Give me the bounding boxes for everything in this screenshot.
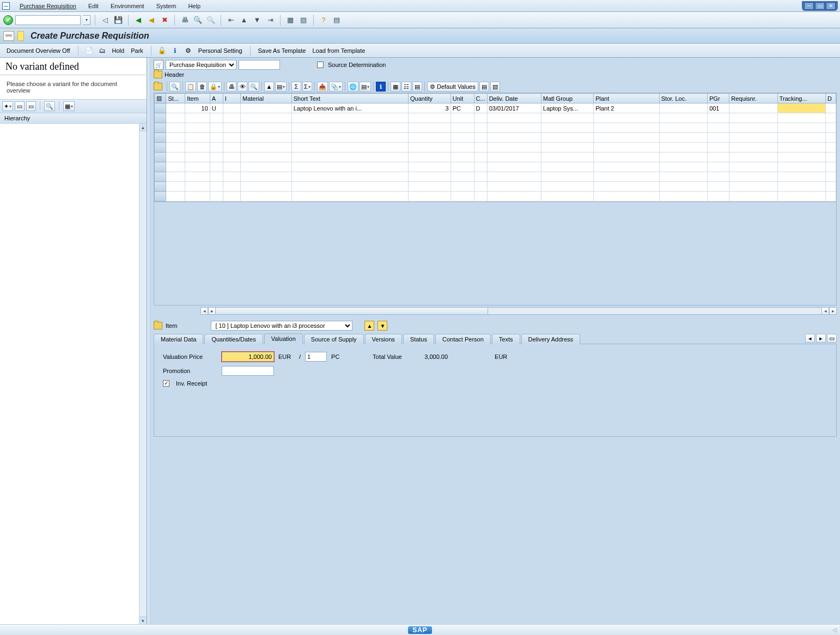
cell-plant[interactable]: Plant 2: [594, 103, 660, 113]
menu-system[interactable]: System: [151, 2, 182, 10]
app-menu-icon[interactable]: [2, 2, 10, 10]
grid-print-icon[interactable]: 🖶: [227, 82, 236, 91]
grid-layout-icon[interactable]: ▦: [391, 82, 400, 91]
grid-lock-icon[interactable]: 🔒▾: [208, 82, 222, 91]
ov-display-icon[interactable]: ▭: [15, 101, 25, 111]
park-button[interactable]: Park: [130, 47, 144, 54]
col-plant[interactable]: Plant: [594, 94, 660, 103]
hscroll-right-inner-icon[interactable]: ▸: [208, 307, 216, 315]
grid-delete-icon[interactable]: 🗑: [197, 82, 207, 91]
ov-select-icon[interactable]: ✦▾: [2, 101, 13, 111]
col-deliv-date[interactable]: Deliv. Date: [487, 94, 541, 103]
inv-receipt-checkbox[interactable]: [163, 380, 169, 387]
item-prev-button[interactable]: ▲: [364, 321, 374, 331]
col-a[interactable]: A: [210, 94, 223, 103]
grid-hscroll[interactable]: ◂ ▸ ◂ ▸: [154, 307, 837, 315]
cell-unit[interactable]: PC: [451, 103, 474, 113]
ov-copy-icon[interactable]: ▭: [26, 101, 36, 111]
menu-environment[interactable]: Environment: [105, 2, 150, 10]
other-pr-icon[interactable]: 🗂: [98, 46, 107, 55]
scroll-up-icon[interactable]: ▴: [139, 124, 147, 131]
tab-versions[interactable]: Versions: [365, 334, 402, 344]
tab-quantities-dates[interactable]: Quantities/Dates: [204, 334, 263, 344]
col-i[interactable]: I: [223, 94, 240, 103]
col-item[interactable]: Item: [185, 94, 210, 103]
table-row[interactable]: [155, 143, 836, 152]
item-select[interactable]: [ 10 ] Laptop Lenovo with an i3 processo…: [211, 321, 352, 331]
save-icon[interactable]: 💾: [113, 15, 124, 26]
hscroll-left-icon[interactable]: ◂: [200, 307, 208, 315]
grid-copy-icon[interactable]: 📋: [185, 82, 196, 91]
help-icon[interactable]: ?: [318, 15, 329, 26]
cell-deliv-date[interactable]: 03/01/2017: [487, 103, 541, 113]
personal-setting-icon[interactable]: ⚙: [184, 46, 193, 55]
menu-help[interactable]: Help: [182, 2, 206, 10]
nav-cancel-icon[interactable]: ✖: [159, 15, 170, 26]
release-strategy-icon[interactable]: 🔓: [158, 46, 167, 55]
col-matl-group[interactable]: Matl Group: [541, 94, 593, 103]
generate-shortcut-icon[interactable]: ▧: [298, 15, 309, 26]
col-stor-loc[interactable]: Stor. Loc.: [659, 94, 707, 103]
tab-scroll-right-icon[interactable]: ▸: [816, 334, 826, 343]
grid-export-icon[interactable]: 📤: [317, 82, 328, 91]
create-session-icon[interactable]: ▦: [285, 15, 296, 26]
pr-type-select[interactable]: Purchase Requisition: [166, 60, 236, 70]
window-minimize-icon[interactable]: ─: [804, 2, 814, 10]
find-next-icon[interactable]: 🔍: [205, 15, 216, 26]
hold-button[interactable]: Hold: [111, 47, 126, 54]
default-values-button[interactable]: ⚙ Default Values: [427, 82, 478, 91]
grid-find-icon[interactable]: 🔍: [248, 82, 259, 91]
last-page-icon[interactable]: ⇥: [265, 15, 276, 26]
grid-filter-icon[interactable]: ▤▾: [275, 82, 287, 91]
valuation-price-input[interactable]: [222, 352, 274, 362]
grid-details-icon[interactable]: 🔍: [169, 82, 180, 91]
tab-material-data[interactable]: Material Data: [154, 334, 203, 344]
grid-extra2-icon[interactable]: ▧: [490, 82, 500, 91]
cell-short-text[interactable]: Laptop Lenovo with an i...: [291, 103, 408, 113]
item-next-button[interactable]: ▼: [378, 321, 387, 331]
command-field[interactable]: [15, 15, 81, 25]
table-row[interactable]: [155, 172, 836, 182]
grid-attach-icon[interactable]: 📎▾: [329, 82, 343, 91]
grid-acct-icon[interactable]: ▤▾: [360, 82, 371, 91]
load-from-template-button[interactable]: Load from Template: [311, 47, 366, 54]
personal-setting-button[interactable]: Personal Setting: [197, 47, 244, 54]
grid-subtotal-icon[interactable]: Σ▾: [302, 82, 312, 91]
cell-c[interactable]: D: [474, 103, 487, 113]
cell-tracking[interactable]: [777, 103, 825, 113]
tab-contact-person[interactable]: Contact Person: [435, 334, 491, 344]
grid-info-icon[interactable]: ℹ: [376, 82, 386, 91]
table-row[interactable]: [155, 133, 836, 143]
col-unit[interactable]: Unit: [451, 94, 474, 103]
pr-number-input[interactable]: [239, 60, 280, 70]
cell-material[interactable]: [241, 103, 292, 113]
cell-a[interactable]: U: [210, 103, 223, 113]
cell-quantity[interactable]: 3: [409, 103, 451, 113]
window-close-icon[interactable]: ✕: [826, 2, 836, 10]
table-row[interactable]: [155, 152, 836, 162]
row-selector[interactable]: [155, 103, 166, 113]
col-c[interactable]: C...: [474, 94, 487, 103]
table-row[interactable]: [155, 192, 836, 202]
tab-scroll-left-icon[interactable]: ◂: [805, 334, 815, 343]
menu-purchase-requisition[interactable]: Purchase Requisition: [14, 2, 82, 10]
cell-requisnr[interactable]: [729, 103, 777, 113]
hierarchy-scrollbar[interactable]: ▴ ▾: [139, 124, 147, 624]
next-page-icon[interactable]: ▼: [252, 15, 263, 26]
hscroll-track[interactable]: [216, 307, 821, 315]
cell-status[interactable]: [166, 103, 185, 113]
prev-page-icon[interactable]: ▲: [239, 15, 249, 26]
tab-delivery-address[interactable]: Delivery Address: [521, 334, 581, 344]
nav-exit-icon[interactable]: ◀: [146, 15, 157, 26]
price-per-input[interactable]: [305, 352, 327, 362]
col-status[interactable]: St...: [166, 94, 185, 103]
col-material[interactable]: Material: [241, 94, 292, 103]
tab-valuation[interactable]: Valuation: [264, 333, 303, 344]
tab-list-icon[interactable]: ▭: [827, 334, 837, 343]
grid-select-all[interactable]: ▥: [155, 94, 166, 103]
tab-status[interactable]: Status: [403, 334, 434, 344]
item-expand-icon[interactable]: [154, 322, 162, 329]
grid-change-layout-icon[interactable]: ▤: [412, 82, 422, 91]
grid-display-icon[interactable]: 👁: [238, 82, 247, 91]
command-field-dropdown[interactable]: ▾: [83, 15, 90, 25]
